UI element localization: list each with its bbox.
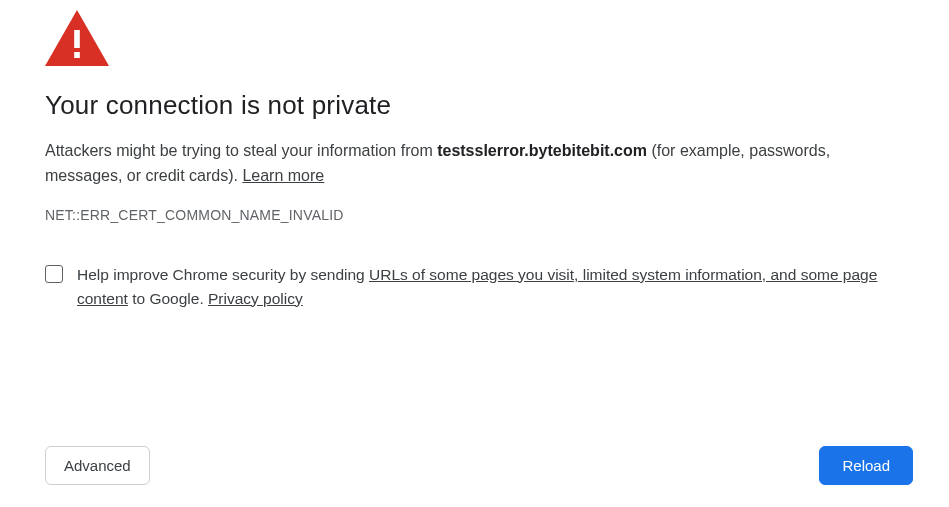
improve-security-row: Help improve Chrome security by sending … [45, 263, 904, 311]
improve-security-text: Help improve Chrome security by sending … [77, 263, 904, 311]
improve-prefix: Help improve Chrome security by sending [77, 266, 369, 283]
description-prefix: Attackers might be trying to steal your … [45, 142, 437, 159]
privacy-policy-link[interactable]: Privacy policy [208, 290, 303, 307]
reload-button[interactable]: Reload [819, 446, 913, 485]
advanced-button[interactable]: Advanced [45, 446, 150, 485]
warning-icon [45, 10, 904, 66]
site-domain: testsslerror.bytebitebit.com [437, 142, 647, 159]
learn-more-link[interactable]: Learn more [242, 167, 324, 184]
description: Attackers might be trying to steal your … [45, 139, 895, 189]
improve-security-checkbox[interactable] [45, 265, 63, 283]
button-row: Advanced Reload [0, 446, 949, 485]
page-title: Your connection is not private [45, 90, 904, 121]
error-code: NET::ERR_CERT_COMMON_NAME_INVALID [45, 207, 904, 223]
svg-rect-1 [74, 30, 80, 48]
svg-rect-2 [74, 52, 80, 58]
improve-mid: to Google. [128, 290, 208, 307]
